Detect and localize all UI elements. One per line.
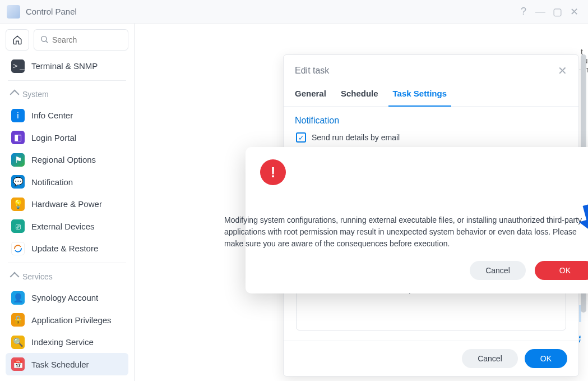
sidebar-item-login-portal[interactable]: ◧ Login Portal [6, 127, 128, 149]
device-icon: ⎚ [11, 219, 25, 233]
checkbox-send-email[interactable]: ✓ [296, 132, 306, 143]
warn-cancel-button[interactable]: Cancel [470, 261, 526, 280]
bulb-icon: 💡 [11, 198, 25, 211]
home-icon [12, 35, 22, 45]
index-icon: 🔍 [11, 336, 25, 349]
modal-title: Edit task [295, 66, 329, 76]
help-button[interactable]: ? [516, 4, 531, 19]
sidebar-item-regional[interactable]: ⚑ Regional Options [6, 149, 128, 171]
send-email-row[interactable]: ✓ Send run details by email [284, 130, 578, 148]
edit-modal-footer: Cancel OK [284, 341, 578, 376]
sidebar-item-task-scheduler[interactable]: 📅 Task Scheduler [6, 353, 128, 375]
sidebar-item-notification[interactable]: 💬 Notification [6, 171, 128, 193]
sidebar-item-app-privileges[interactable]: 🔒 Application Privileges [6, 309, 128, 331]
chat-icon: 💬 [11, 175, 25, 189]
sidebar-group-system[interactable]: System [6, 84, 128, 104]
sidebar-item-update-restore[interactable]: Update & Restore [6, 237, 128, 259]
warning-text: Modifying system configurations, running… [224, 190, 588, 250]
account-icon: 👤 [11, 291, 25, 305]
sidebar-item-label: Indexing Service [31, 337, 94, 347]
warning-modal: ! Modifying system configurations, runni… [246, 147, 588, 293]
divider [8, 80, 126, 81]
tab-task-settings[interactable]: Task Settings [393, 86, 447, 106]
sidebar-item-label: Regional Options [31, 155, 96, 164]
modal-close-button[interactable]: ✕ [558, 64, 567, 77]
lock-icon: 🔒 [11, 313, 25, 327]
sidebar-item-hardware[interactable]: 💡 Hardware & Power [6, 193, 128, 215]
sidebar-item-label: Task Scheduler [31, 360, 89, 369]
sidebar-group-label: Services [22, 272, 53, 281]
sidebar-item-info-center[interactable]: i Info Center [6, 104, 128, 126]
warn-ok-button[interactable]: OK [535, 261, 588, 280]
home-button[interactable] [6, 29, 29, 51]
checkbox-label: Send run details by email [312, 133, 400, 142]
edit-ok-button[interactable]: OK [525, 349, 567, 368]
sidebar-item-terminal[interactable]: ＞_ Terminal & SNMP [6, 55, 128, 77]
svg-point-0 [41, 36, 47, 41]
update-icon [11, 242, 25, 255]
sidebar-item-label: Application Privileges [31, 315, 112, 325]
info-icon: i [11, 109, 25, 122]
window-title: Control Panel [26, 7, 514, 16]
terminal-icon: ＞_ [11, 59, 25, 73]
search-input-wrap[interactable] [34, 29, 128, 51]
divider [8, 263, 126, 263]
search-input[interactable] [52, 35, 122, 44]
login-icon: ◧ [11, 131, 25, 144]
sidebar-item-label: External Devices [31, 222, 95, 231]
window-titlebar: Control Panel ? — ▢ ✕ [0, 0, 588, 24]
maximize-button[interactable]: ▢ [550, 4, 564, 19]
sidebar-item-indexing[interactable]: 🔍 Indexing Service [6, 331, 128, 353]
tab-general[interactable]: General [295, 86, 326, 106]
minimize-button[interactable]: — [533, 4, 548, 19]
cell-owner: root [581, 326, 581, 335]
globe-icon: ⚑ [11, 153, 25, 167]
sidebar-group-label: System [22, 90, 49, 99]
modal-tabs: General Schedule Task Settings [284, 86, 578, 107]
close-window-button[interactable]: ✕ [567, 4, 581, 19]
tab-schedule[interactable]: Schedule [341, 86, 378, 106]
sidebar-item-synology-account[interactable]: 👤 Synology Account [6, 287, 128, 309]
sidebar-item-label: Synology Account [31, 293, 98, 302]
sidebar-item-label: Notification [31, 177, 73, 187]
content-area: t run time ▲ Owner 1-06-02 00:…root1-06-… [135, 24, 588, 381]
sidebar-item-label: Hardware & Power [31, 199, 102, 209]
edit-cancel-button[interactable]: Cancel [462, 349, 518, 368]
sidebar-item-label: Update & Restore [31, 244, 98, 253]
sidebar-item-label: Login Portal [31, 133, 76, 143]
section-notification: Notification [284, 107, 578, 130]
sidebar-group-services[interactable]: Services [6, 267, 128, 287]
modal-header: Edit task ✕ [284, 55, 578, 86]
search-icon [40, 35, 49, 45]
sidebar-item-label: Info Center [31, 111, 73, 120]
app-icon [7, 5, 20, 19]
sidebar-item-external-devices[interactable]: ⎚ External Devices [6, 215, 128, 237]
sidebar: ＞_ Terminal & SNMP System i Info Center … [0, 24, 135, 381]
sidebar-item-label: Terminal & SNMP [31, 61, 98, 71]
warning-footer: Cancel OK [260, 261, 588, 280]
calendar-icon: 📅 [11, 357, 25, 371]
warning-icon: ! [260, 159, 286, 185]
